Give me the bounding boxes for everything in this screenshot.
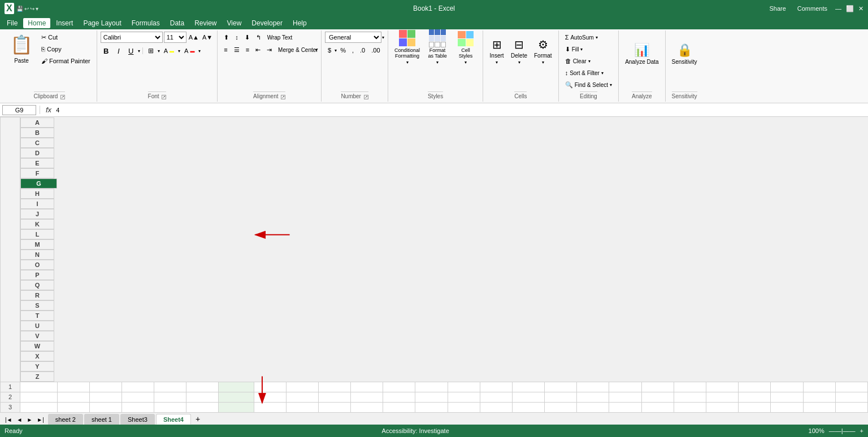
col-header-I[interactable]: I [20, 199, 54, 209]
col-header-K[interactable]: K [20, 219, 54, 229]
cell-D2[interactable] [121, 392, 154, 402]
cell-B2[interactable] [57, 392, 89, 402]
cell-Y3[interactable] [803, 402, 835, 412]
row-number-1[interactable]: 1 [1, 382, 20, 392]
col-header-O[interactable]: O [20, 260, 54, 270]
col-header-D[interactable]: D [20, 148, 54, 158]
quick-access-save[interactable]: 💾 [16, 6, 23, 12]
col-header-M[interactable]: M [20, 239, 54, 250]
number-format-dropdown[interactable]: ▾ [382, 35, 384, 40]
wrap-text-btn[interactable]: Wrap Text [264, 32, 296, 43]
font-color-dropdown[interactable]: ▾ [198, 49, 201, 54]
format-as-table-btn[interactable]: Format as Table ▾ [424, 32, 451, 68]
menu-developer[interactable]: Developer [247, 18, 287, 28]
format-btn[interactable]: ⚙ Format ▾ [531, 32, 555, 68]
fill-btn[interactable]: ⬇ Fill ▾ [562, 43, 586, 55]
cell-O2[interactable] [480, 392, 512, 402]
clear-btn[interactable]: 🗑 Clear ▾ [562, 55, 593, 67]
bold-button[interactable]: B [101, 45, 112, 56]
increase-font-size-btn[interactable]: A▲ [188, 33, 200, 41]
cell-M1[interactable] [415, 382, 448, 392]
cell-L3[interactable] [383, 402, 415, 412]
borders-dropdown[interactable]: ▾ [158, 49, 160, 54]
cell-O1[interactable] [480, 382, 512, 392]
sheet-tab-sheet2[interactable]: sheet 2 [48, 414, 83, 425]
underline-dropdown[interactable]: ▾ [138, 49, 140, 54]
currency-dropdown[interactable]: ▾ [335, 48, 337, 53]
col-header-E[interactable]: E [20, 158, 54, 168]
format-as-table-dropdown[interactable]: ▾ [436, 60, 439, 65]
cell-A2[interactable] [20, 392, 58, 402]
col-header-V[interactable]: V [20, 331, 54, 341]
cell-W1[interactable] [739, 382, 771, 392]
cell-Q3[interactable] [545, 402, 577, 412]
next-sheet-btn[interactable]: ► [25, 416, 34, 423]
sheet-tab-sheet1[interactable]: sheet 1 [84, 414, 119, 425]
grid-scroll[interactable]: A B C D E F G H I J K L M [0, 117, 868, 412]
cell-Z1[interactable] [835, 382, 867, 392]
prev-sheet-btn[interactable]: ◄ [15, 416, 24, 423]
cell-F2[interactable] [186, 392, 219, 402]
name-box[interactable] [2, 105, 36, 115]
cell-X3[interactable] [771, 402, 803, 412]
cell-N1[interactable] [448, 382, 480, 392]
cell-G1[interactable] [219, 382, 254, 392]
cell-X1[interactable] [771, 382, 803, 392]
col-header-A[interactable]: A [20, 117, 54, 128]
font-family-select[interactable]: Calibri [101, 32, 163, 43]
cell-S3[interactable] [609, 402, 641, 412]
window-close[interactable]: ✕ [858, 5, 863, 12]
col-header-U[interactable]: U [20, 321, 54, 331]
quick-access-more[interactable]: ▾ [36, 6, 38, 12]
cell-S2[interactable] [609, 392, 641, 402]
cell-G2[interactable] [219, 392, 254, 402]
underline-button[interactable]: U [125, 45, 137, 56]
quick-access-undo[interactable]: ↩ [24, 6, 29, 12]
cell-U3[interactable] [674, 402, 706, 412]
alignment-expand-btn[interactable]: ↗ [281, 95, 285, 99]
col-header-Q[interactable]: Q [20, 280, 54, 290]
cell-T1[interactable] [641, 382, 674, 392]
cell-M3[interactable] [415, 402, 448, 412]
cell-C3[interactable] [89, 402, 121, 412]
auto-sum-dropdown[interactable]: ▾ [596, 35, 598, 40]
fill-color-button[interactable]: A▬ [161, 45, 177, 56]
align-right-btn[interactable]: ≡ [243, 44, 252, 55]
cell-Z2[interactable] [835, 392, 867, 402]
cell-H3[interactable] [254, 402, 286, 412]
cell-styles-btn[interactable]: Cell Styles ▾ [452, 32, 479, 68]
cell-R3[interactable] [577, 402, 609, 412]
number-format-select[interactable]: General [325, 32, 381, 43]
cell-I2[interactable] [286, 392, 318, 402]
col-header-F[interactable]: F [20, 168, 54, 178]
number-expand-btn[interactable]: ↗ [364, 95, 368, 99]
cell-H1[interactable] [254, 382, 286, 392]
delete-dropdown[interactable]: ▾ [518, 60, 520, 65]
align-bottom-btn[interactable]: ⬇ [242, 32, 253, 43]
cell-K1[interactable] [351, 382, 383, 392]
cell-S1[interactable] [609, 382, 641, 392]
clipboard-expand-btn[interactable]: ↗ [60, 95, 65, 99]
cell-K2[interactable] [351, 392, 383, 402]
col-header-P[interactable]: P [20, 270, 54, 280]
col-header-G[interactable]: G [20, 178, 57, 189]
cell-Y1[interactable] [803, 382, 835, 392]
cell-D1[interactable] [121, 382, 154, 392]
cell-E3[interactable] [154, 402, 186, 412]
formula-input[interactable] [56, 105, 866, 115]
menu-view[interactable]: View [223, 18, 246, 28]
font-expand-btn[interactable]: ↗ [162, 95, 166, 99]
cell-P1[interactable] [512, 382, 544, 392]
cell-M2[interactable] [415, 392, 448, 402]
cell-V2[interactable] [706, 392, 739, 402]
insert-dropdown[interactable]: ▾ [496, 60, 498, 65]
clear-dropdown[interactable]: ▾ [588, 59, 591, 64]
col-header-L[interactable]: L [20, 229, 54, 239]
menu-file[interactable]: File [2, 18, 22, 28]
align-left-btn[interactable]: ≡ [221, 44, 230, 55]
col-header-Y[interactable]: Y [20, 361, 54, 372]
cell-W2[interactable] [739, 392, 771, 402]
menu-data[interactable]: Data [166, 18, 189, 28]
cell-Q2[interactable] [545, 392, 577, 402]
cell-B1[interactable] [57, 382, 89, 392]
